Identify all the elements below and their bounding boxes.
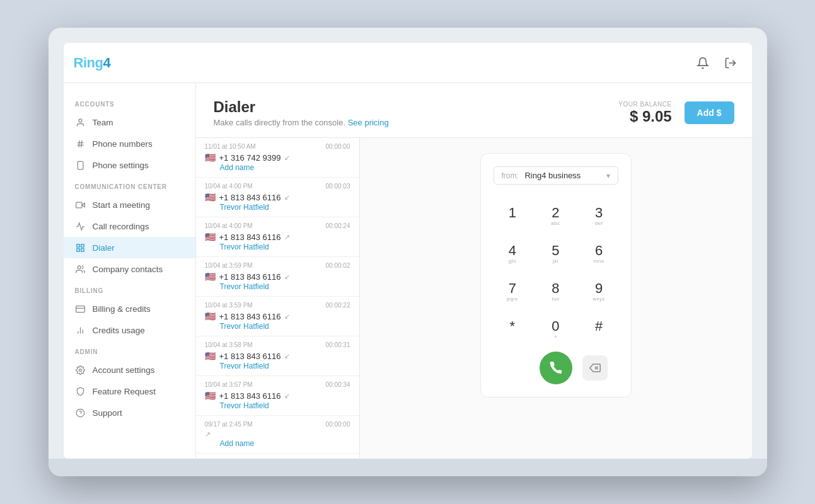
call-log-item[interactable]: 09/17 at 2:45 PM00:00:00↗Add name bbox=[196, 416, 359, 454]
balance-label: YOUR BALANCE bbox=[618, 101, 671, 108]
video-icon bbox=[75, 199, 86, 210]
waveform-icon bbox=[75, 220, 86, 232]
logout-button[interactable] bbox=[719, 52, 742, 74]
flag-icon: 🇺🇸 bbox=[205, 391, 216, 401]
notification-button[interactable] bbox=[691, 52, 714, 74]
dial-digit: # bbox=[595, 319, 603, 333]
dial-key-*[interactable]: * bbox=[494, 314, 532, 346]
call-log-item[interactable]: 10/04 at 3:59 PM00:00:22🇺🇸+1 813 843 611… bbox=[196, 297, 359, 336]
dial-letters: wxyz bbox=[592, 295, 605, 303]
pricing-link[interactable]: See pricing bbox=[348, 118, 389, 127]
call-contact-name: Trevor Hatfield bbox=[205, 203, 350, 212]
dial-key-#[interactable]: # bbox=[580, 314, 618, 346]
call-log-item[interactable]: 10/04 at 4:00 PM00:00:24🇺🇸+1 813 843 611… bbox=[196, 217, 359, 257]
call-date: 11/01 at 10:50 AM bbox=[205, 143, 256, 150]
dial-key-8[interactable]: 8tuv bbox=[536, 276, 575, 309]
svg-rect-9 bbox=[76, 202, 82, 208]
call-log-item[interactable]: 11/01 at 10:50 AM00:00:00🇺🇸+1 316 742 93… bbox=[196, 138, 359, 178]
sidebar-item-label: Team bbox=[93, 118, 113, 127]
call-direction-icon: ↙ bbox=[284, 352, 290, 360]
call-direction-icon: ↗ bbox=[284, 233, 290, 241]
call-button[interactable] bbox=[540, 352, 572, 384]
sidebar-item-label: Billing & credits bbox=[93, 304, 151, 314]
dial-letters: jkl bbox=[553, 258, 558, 265]
flag-icon: 🇺🇸 bbox=[205, 272, 216, 282]
call-direction-icon: ↙ bbox=[284, 312, 290, 321]
call-date: 10/04 at 4:00 PM bbox=[205, 222, 253, 229]
sidebar-item-phone-numbers[interactable]: Phone numbers bbox=[64, 133, 195, 154]
call-date: 09/17 at 2:45 PM bbox=[205, 421, 253, 428]
balance-info: YOUR BALANCE $ 9.05 bbox=[618, 101, 671, 125]
sidebar-item-support[interactable]: Support bbox=[64, 402, 195, 423]
from-selector[interactable]: from: Ring4 business ▾ bbox=[494, 166, 618, 185]
svg-line-4 bbox=[79, 140, 79, 147]
sidebar-item-credits-usage[interactable]: Credits usage bbox=[64, 319, 195, 341]
sidebar-item-label: Phone settings bbox=[93, 161, 149, 170]
call-contact-name[interactable]: Add name bbox=[205, 439, 350, 448]
add-credits-button[interactable]: Add $ bbox=[685, 101, 734, 124]
call-log: 11/01 at 10:50 AM00:00:00🇺🇸+1 316 742 93… bbox=[196, 138, 360, 459]
call-contact-name: Trevor Hatfield bbox=[205, 282, 350, 291]
svg-line-5 bbox=[81, 140, 82, 147]
dial-key-1[interactable]: 1 bbox=[494, 200, 532, 233]
sidebar-item-start-meeting[interactable]: Start a meeting bbox=[64, 194, 195, 215]
dial-key-4[interactable]: 4ghi bbox=[494, 238, 532, 271]
sidebar-item-label: Company contacts bbox=[93, 265, 163, 274]
dial-digit: 1 bbox=[509, 206, 516, 220]
dial-key-3[interactable]: 3def bbox=[580, 200, 618, 233]
person-icon bbox=[75, 117, 86, 128]
dialer-title-area: Dialer Make calls directly from the cons… bbox=[214, 98, 389, 127]
sidebar-item-account-settings[interactable]: Account settings bbox=[64, 359, 195, 381]
call-log-item[interactable]: 10/04 at 3:58 PM00:00:31🇺🇸+1 813 843 611… bbox=[196, 336, 359, 376]
call-direction-icon: ↙ bbox=[284, 392, 290, 400]
sidebar-item-label: Credits usage bbox=[93, 326, 145, 335]
dial-digit: 6 bbox=[595, 244, 603, 258]
sidebar-item-billing-credits[interactable]: Billing & credits bbox=[64, 298, 195, 319]
sidebar-item-company-contacts[interactable]: Company contacts bbox=[64, 258, 195, 280]
grid-icon bbox=[75, 242, 86, 253]
dial-digit: * bbox=[510, 319, 516, 333]
dial-key-7[interactable]: 7pqrs bbox=[494, 276, 532, 309]
call-number: +1 813 843 6116 bbox=[219, 193, 281, 202]
call-log-item[interactable]: 10/04 at 3:59 PM00:00:02🇺🇸+1 813 843 611… bbox=[196, 257, 359, 297]
dial-digit: 5 bbox=[552, 244, 559, 258]
call-number: +1 316 742 9399 bbox=[219, 153, 281, 163]
sidebar-item-feature-request[interactable]: Feature Request bbox=[64, 381, 195, 402]
call-duration: 00:00:00 bbox=[326, 421, 350, 428]
sidebar-item-label: Start a meeting bbox=[93, 200, 151, 210]
sidebar-item-phone-settings[interactable]: Phone settings bbox=[64, 154, 195, 176]
call-contact-name[interactable]: Add name bbox=[205, 163, 350, 172]
sidebar-item-team[interactable]: Team bbox=[64, 112, 195, 133]
flag-icon: 🇺🇸 bbox=[205, 351, 216, 361]
dialer-subtitle: Make calls directly from the console. Se… bbox=[214, 118, 389, 127]
call-duration: 00:00:24 bbox=[326, 222, 350, 229]
top-bar: Ring4 bbox=[64, 43, 752, 83]
app-layout: ACCOUNTS Team bbox=[64, 83, 752, 459]
balance-area: YOUR BALANCE $ 9.05 Add $ bbox=[618, 101, 734, 125]
call-number: +1 813 843 6116 bbox=[219, 232, 281, 242]
dialpad-actions bbox=[494, 352, 618, 384]
dial-key-2[interactable]: 2abc bbox=[536, 200, 575, 233]
admin-section-label: ADMIN bbox=[64, 341, 195, 359]
call-log-item[interactable]: 10/04 at 4:00 PM00:00:03🇺🇸+1 813 843 611… bbox=[196, 178, 359, 217]
dial-digit: 0 bbox=[552, 319, 559, 333]
call-contact-name: Trevor Hatfield bbox=[205, 401, 350, 410]
dial-key-0[interactable]: 0+ bbox=[536, 314, 575, 346]
call-duration: 00:00:34 bbox=[326, 381, 350, 388]
call-duration: 00:00:22 bbox=[326, 302, 350, 309]
call-log-item[interactable]: 10/04 at 3:57 PM00:00:34🇺🇸+1 813 843 611… bbox=[196, 376, 359, 416]
call-date: 10/04 at 3:59 PM bbox=[205, 302, 253, 309]
balance-amount: $ 9.05 bbox=[618, 108, 671, 125]
call-number: +1 813 843 6116 bbox=[219, 312, 281, 321]
flag-icon: 🇺🇸 bbox=[205, 311, 216, 321]
dial-digit: 7 bbox=[509, 282, 516, 295]
sidebar-item-call-recordings[interactable]: Call recordings bbox=[64, 215, 195, 237]
dial-key-6[interactable]: 6mno bbox=[580, 238, 618, 271]
call-contact-name: Trevor Hatfield bbox=[205, 322, 350, 331]
backspace-button[interactable] bbox=[582, 355, 608, 381]
logo: Ring4 bbox=[74, 55, 111, 71]
dial-letters: abc bbox=[551, 220, 560, 227]
dial-key-9[interactable]: 9wxyz bbox=[580, 276, 618, 309]
sidebar-item-dialer[interactable]: Dialer bbox=[64, 237, 195, 258]
dial-key-5[interactable]: 5jkl bbox=[536, 238, 575, 271]
